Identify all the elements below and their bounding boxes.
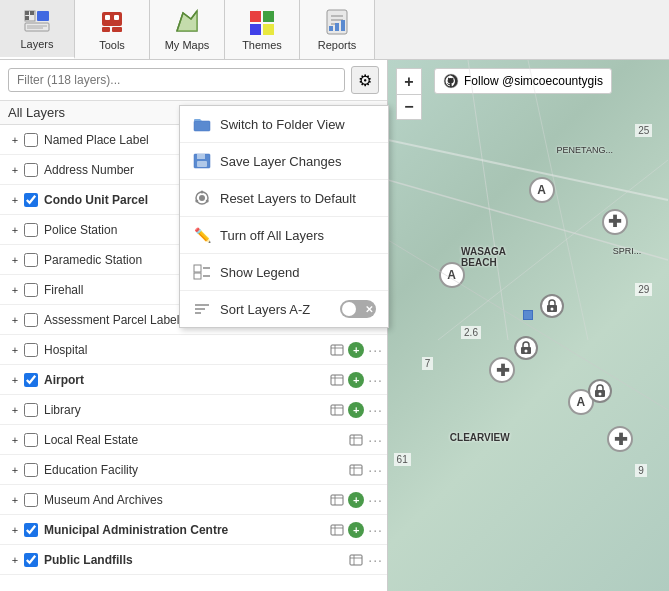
layer-item-12: +Education Facility··· — [0, 455, 387, 485]
expand-button-5[interactable]: + — [8, 253, 22, 267]
mymaps-icon — [172, 9, 202, 35]
nav-item-tools[interactable]: Tools — [75, 0, 150, 59]
svg-rect-38 — [331, 375, 343, 385]
table-icon-10[interactable] — [329, 403, 345, 417]
layer-checkbox-8[interactable] — [24, 343, 38, 357]
expand-button-3[interactable]: + — [8, 193, 22, 207]
svg-rect-68 — [194, 265, 201, 272]
dots-menu-11[interactable]: ··· — [368, 432, 383, 448]
layer-item-13: +Museum And Archives+··· — [0, 485, 387, 515]
green-plus-icon-9[interactable]: + — [348, 372, 364, 388]
menu-item-reset-default[interactable]: Reset Layers to Default — [180, 180, 388, 217]
expand-button-8[interactable]: + — [8, 343, 22, 357]
zoom-in-button[interactable]: + — [396, 68, 422, 94]
expand-button-6[interactable]: + — [8, 283, 22, 297]
expand-button-9[interactable]: + — [8, 373, 22, 387]
layer-checkbox-2[interactable] — [24, 163, 38, 177]
legend-icon — [192, 262, 212, 282]
table-icon-9[interactable] — [329, 373, 345, 387]
dots-menu-8[interactable]: ··· — [368, 342, 383, 358]
layer-checkbox-13[interactable] — [24, 493, 38, 507]
table-icon-15[interactable] — [348, 553, 364, 567]
svg-rect-47 — [350, 465, 362, 475]
expand-button-15[interactable]: + — [8, 553, 22, 567]
dots-menu-13[interactable]: ··· — [368, 492, 383, 508]
green-plus-icon-14[interactable]: + — [348, 522, 364, 538]
map-marker-nav1: ✚ — [602, 209, 628, 235]
github-button[interactable]: Follow @simcoecountygis — [434, 68, 612, 94]
right-panel: + − Follow @simcoecountygis A A A ✚ ✚ ✚ — [388, 60, 669, 591]
dots-menu-12[interactable]: ··· — [368, 462, 383, 478]
dots-menu-14[interactable]: ··· — [368, 522, 383, 538]
map-number-61: 61 — [394, 453, 411, 466]
map-number-25: 25 — [635, 124, 652, 137]
layer-checkbox-11[interactable] — [24, 433, 38, 447]
nav-item-themes[interactable]: Themes — [225, 0, 300, 59]
layer-checkbox-7[interactable] — [24, 313, 38, 327]
nav-item-reports[interactable]: Reports — [300, 0, 375, 59]
expand-button-12[interactable]: + — [8, 463, 22, 477]
svg-rect-4 — [37, 11, 49, 21]
layer-checkbox-3[interactable] — [24, 193, 38, 207]
expand-button-11[interactable]: + — [8, 433, 22, 447]
expand-button-2[interactable]: + — [8, 163, 22, 177]
expand-button-10[interactable]: + — [8, 403, 22, 417]
layer-name-14: Municipal Administration Centre — [44, 523, 329, 537]
toggle-thumb — [342, 302, 356, 316]
dots-menu-15[interactable]: ··· — [368, 552, 383, 568]
svg-rect-70 — [194, 273, 201, 279]
table-icon-8[interactable] — [329, 343, 345, 357]
expand-button-1[interactable]: + — [8, 133, 22, 147]
sort-icon — [192, 299, 212, 319]
layer-checkbox-10[interactable] — [24, 403, 38, 417]
svg-rect-11 — [102, 27, 110, 32]
left-panel: ⚙ All Layers ▼ +Named Place Label+···+Ad… — [0, 60, 388, 591]
menu-item-save-changes[interactable]: Save Layer Changes — [180, 143, 388, 180]
expand-button-7[interactable]: + — [8, 313, 22, 327]
menu-item-folder-view[interactable]: Switch to Folder View — [180, 106, 388, 143]
dots-menu-9[interactable]: ··· — [368, 372, 383, 388]
layer-checkbox-1[interactable] — [24, 133, 38, 147]
table-icon-11[interactable] — [348, 433, 364, 447]
svg-point-64 — [199, 195, 205, 201]
expand-button-4[interactable]: + — [8, 223, 22, 237]
menu-item-show-legend[interactable]: Show Legend — [180, 254, 388, 291]
green-plus-icon-10[interactable]: + — [348, 402, 364, 418]
green-plus-icon-8[interactable]: + — [348, 342, 364, 358]
layer-checkbox-9[interactable] — [24, 373, 38, 387]
menu-label-reset-default: Reset Layers to Default — [220, 191, 356, 206]
layer-checkbox-14[interactable] — [24, 523, 38, 537]
expand-button-14[interactable]: + — [8, 523, 22, 537]
map-label-penetang: PENETANG... — [557, 145, 613, 155]
map-number-9: 9 — [635, 464, 647, 477]
layer-icons-8: + — [329, 342, 364, 358]
layer-item-8: +Hospital+··· — [0, 335, 387, 365]
table-icon-13[interactable] — [329, 493, 345, 507]
layer-checkbox-4[interactable] — [24, 223, 38, 237]
svg-line-84 — [388, 240, 668, 410]
table-icon-14[interactable] — [329, 523, 345, 537]
nav-item-mymaps[interactable]: My Maps — [150, 0, 225, 59]
filter-input[interactable] — [8, 68, 345, 92]
dots-menu-10[interactable]: ··· — [368, 402, 383, 418]
gear-button[interactable]: ⚙ — [351, 66, 379, 94]
expand-button-13[interactable]: + — [8, 493, 22, 507]
map-marker-lock2 — [514, 336, 538, 360]
layer-icons-10: + — [329, 402, 364, 418]
menu-item-turn-off-all[interactable]: ✏️ Turn off All Layers — [180, 217, 388, 254]
zoom-out-button[interactable]: − — [396, 94, 422, 120]
layer-checkbox-5[interactable] — [24, 253, 38, 267]
layer-checkbox-15[interactable] — [24, 553, 38, 567]
nav-item-layers[interactable]: Layers — [0, 0, 75, 59]
sort-row: Sort Layers A-Z ✕ — [180, 291, 388, 327]
layer-checkbox-6[interactable] — [24, 283, 38, 297]
svg-point-77 — [550, 307, 553, 310]
svg-rect-24 — [335, 23, 339, 31]
layer-checkbox-12[interactable] — [24, 463, 38, 477]
table-icon-12[interactable] — [348, 463, 364, 477]
green-plus-icon-13[interactable]: + — [348, 492, 364, 508]
sort-toggle[interactable]: ✕ — [340, 300, 376, 318]
layers-icon — [22, 8, 52, 34]
svg-rect-17 — [250, 24, 261, 35]
svg-rect-16 — [263, 11, 274, 22]
